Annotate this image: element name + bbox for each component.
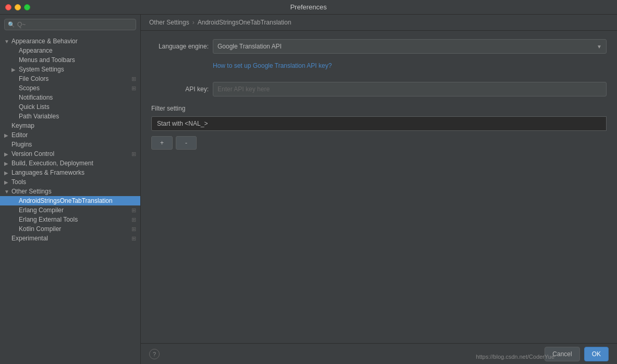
- sidebar-item-quick-lists[interactable]: Quick Lists: [0, 102, 140, 112]
- api-setup-link[interactable]: How to set up Google Translation API key…: [213, 62, 332, 69]
- maximize-button[interactable]: [24, 4, 30, 10]
- sidebar-item-version-control[interactable]: ▶ Version Control ⊞: [0, 149, 140, 159]
- sidebar-item-label: Menus and Toolbars: [19, 56, 136, 64]
- sidebar-item-android-strings[interactable]: AndroidStringsOneTabTranslation: [0, 196, 140, 205]
- copy-icon: ⊞: [131, 226, 136, 233]
- ok-button[interactable]: OK: [584, 347, 609, 361]
- filter-value-display: Start with <NAL_>: [151, 116, 607, 131]
- sidebar-item-label: Languages & Frameworks: [11, 169, 136, 176]
- copy-icon: ⊞: [131, 207, 136, 214]
- search-icon: 🔍: [8, 21, 15, 28]
- api-key-row: API key:: [151, 82, 607, 96]
- sidebar-item-label: Appearance: [19, 47, 136, 54]
- breadcrumb-current: AndroidStringsOneTabTranslation: [198, 19, 292, 26]
- copy-icon: ⊞: [131, 76, 136, 82]
- sidebar-item-notifications[interactable]: Notifications: [0, 93, 140, 102]
- sidebar-item-experimental[interactable]: Experimental ⊞: [0, 234, 140, 243]
- language-engine-value: Google Translation API: [217, 43, 282, 50]
- language-engine-row: Language engine: Google Translation API …: [151, 39, 607, 54]
- minimize-button[interactable]: [15, 4, 21, 10]
- sidebar-item-scopes[interactable]: Scopes ⊞: [0, 83, 140, 93]
- filter-value-row: Start with <NAL_>: [151, 116, 607, 131]
- sidebar-item-label: Erlang External Tools: [19, 216, 131, 223]
- chevron-icon: ▶: [11, 67, 19, 72]
- sidebar-item-file-colors[interactable]: File Colors ⊞: [0, 74, 140, 83]
- chevron-icon: ▶: [4, 170, 11, 176]
- breadcrumb-parent: Other Settings: [149, 19, 189, 26]
- sidebar-item-label: File Colors: [19, 75, 131, 82]
- copy-icon: ⊞: [131, 216, 136, 223]
- titlebar-buttons: [5, 4, 30, 10]
- sidebar-item-label: Appearance & Behavior: [11, 38, 136, 45]
- sidebar-item-path-variables[interactable]: Path Variables: [0, 112, 140, 121]
- sidebar-item-appearance-behavior[interactable]: ▼ Appearance & Behavior: [0, 37, 140, 46]
- sidebar-item-label: Tools: [11, 178, 136, 186]
- sidebar-item-label: Keymap: [11, 122, 136, 129]
- remove-filter-button[interactable]: -: [176, 136, 197, 150]
- filter-buttons: + -: [151, 136, 607, 150]
- sidebar-item-editor[interactable]: ▶ Editor: [0, 130, 140, 140]
- api-key-input[interactable]: [213, 82, 607, 96]
- sidebar-item-label: Scopes: [19, 84, 131, 92]
- copy-icon: ⊞: [131, 85, 136, 92]
- sidebar-item-system-settings[interactable]: ▶ System Settings: [0, 65, 140, 74]
- sidebar-item-label: Notifications: [19, 94, 136, 101]
- breadcrumb: Other Settings › AndroidStringsOneTabTra…: [141, 15, 617, 31]
- sidebar-item-other-settings[interactable]: ▼ Other Settings: [0, 187, 140, 196]
- sidebar-item-erlang-compiler[interactable]: Erlang Compiler ⊞: [0, 205, 140, 215]
- dropdown-arrow-icon: ▼: [597, 44, 602, 50]
- sidebar-item-label: Build, Execution, Deployment: [11, 160, 136, 167]
- copy-icon: ⊞: [131, 235, 136, 242]
- bottom-left: ?: [149, 349, 160, 359]
- content-area: Other Settings › AndroidStringsOneTabTra…: [141, 15, 617, 364]
- sidebar-item-label: Other Settings: [11, 188, 136, 195]
- api-key-label: API key:: [151, 86, 209, 93]
- sidebar-item-label: System Settings: [19, 66, 136, 73]
- language-engine-dropdown[interactable]: Google Translation API ▼: [213, 39, 607, 54]
- sidebar-item-erlang-external[interactable]: Erlang External Tools ⊞: [0, 215, 140, 224]
- chevron-icon: ▼: [4, 39, 11, 44]
- sidebar-item-label: Quick Lists: [19, 103, 136, 111]
- cancel-button[interactable]: Cancel: [545, 347, 579, 361]
- chevron-icon: ▶: [4, 151, 11, 157]
- settings-panel: Language engine: Google Translation API …: [141, 31, 617, 343]
- sidebar-item-kotlin-compiler[interactable]: Kotlin Compiler ⊞: [0, 224, 140, 234]
- add-filter-button[interactable]: +: [151, 136, 173, 150]
- bottom-bar: ? Cancel OK: [141, 343, 617, 364]
- sidebar-item-label: Plugins: [11, 141, 136, 148]
- breadcrumb-separator: ›: [192, 19, 195, 26]
- chevron-icon: ▶: [4, 179, 11, 185]
- tree-container: ▼ Appearance & Behavior Appearance Menus…: [0, 34, 140, 364]
- filter-section-title: Filter setting: [151, 105, 607, 112]
- search-input[interactable]: [17, 21, 132, 28]
- help-button[interactable]: ?: [149, 349, 160, 359]
- copy-icon: ⊞: [131, 151, 136, 157]
- sidebar: 🔍 ▼ Appearance & Behavior Appearance Men…: [0, 15, 141, 364]
- sidebar-item-label: Version Control: [11, 150, 131, 157]
- sidebar-item-tools[interactable]: ▶ Tools: [0, 177, 140, 187]
- sidebar-item-menus-toolbars[interactable]: Menus and Toolbars: [0, 55, 140, 65]
- sidebar-item-label: AndroidStringsOneTabTranslation: [19, 197, 136, 204]
- chevron-icon: ▶: [4, 161, 11, 166]
- main-layout: 🔍 ▼ Appearance & Behavior Appearance Men…: [0, 15, 617, 364]
- sidebar-item-keymap[interactable]: Keymap: [0, 121, 140, 130]
- sidebar-item-appearance[interactable]: Appearance: [0, 46, 140, 55]
- bottom-right: Cancel OK: [545, 347, 609, 361]
- chevron-icon: ▼: [4, 189, 11, 195]
- sidebar-item-label: Kotlin Compiler: [19, 225, 131, 233]
- sidebar-item-build-execution[interactable]: ▶ Build, Execution, Deployment: [0, 159, 140, 168]
- sidebar-item-label: Experimental: [11, 235, 131, 242]
- search-box[interactable]: 🔍: [4, 19, 136, 30]
- titlebar: Preferences: [0, 0, 617, 15]
- language-engine-label: Language engine:: [151, 43, 209, 50]
- sidebar-item-plugins[interactable]: Plugins: [0, 140, 140, 149]
- close-button[interactable]: [5, 4, 11, 10]
- sidebar-item-languages-frameworks[interactable]: ▶ Languages & Frameworks: [0, 168, 140, 177]
- sidebar-item-label: Erlang Compiler: [19, 207, 131, 214]
- sidebar-item-label: Editor: [11, 131, 136, 139]
- window-title: Preferences: [290, 3, 326, 11]
- chevron-icon: ▶: [4, 132, 11, 138]
- sidebar-item-label: Path Variables: [19, 113, 136, 120]
